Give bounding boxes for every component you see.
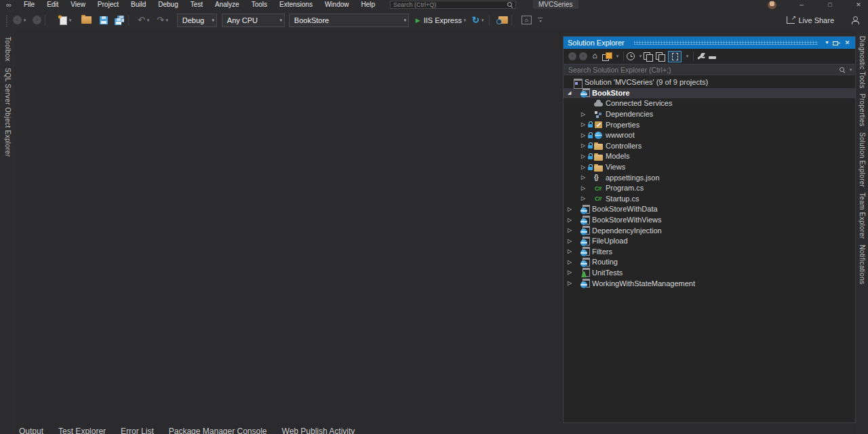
live-share-button[interactable]: Live Share — [787, 16, 834, 24]
tree-item-connected-services[interactable]: Connected Services — [564, 98, 855, 109]
menu-item-project[interactable]: Project — [92, 0, 125, 9]
startup-project-combobox[interactable]: BookStore — [289, 14, 409, 27]
browser-link-icon[interactable] — [498, 16, 508, 24]
menu-item-extensions[interactable]: Extensions — [273, 0, 319, 9]
quick-search-input[interactable] — [391, 1, 507, 8]
collapse-all-icon[interactable] — [709, 56, 716, 59]
show-all-files-dropdown-icon[interactable] — [684, 54, 690, 59]
right-tab-notifications[interactable]: Notifications — [859, 245, 866, 284]
switch-views-icon[interactable] — [602, 52, 612, 61]
open-file-icon[interactable] — [81, 16, 92, 24]
tree-item-models[interactable]: Models — [564, 151, 855, 162]
save-icon[interactable] — [100, 16, 108, 24]
show-all-files-button[interactable] — [668, 51, 682, 62]
refresh-dropdown-icon[interactable] — [479, 18, 486, 23]
configuration-combobox[interactable]: Debug — [177, 14, 217, 27]
tree-item-bookstorewithviews[interactable]: BookStoreWithViews — [564, 215, 855, 226]
right-tab-diagnostic-tools[interactable]: Diagnostic Tools — [859, 36, 866, 88]
toolbar-overflow-button[interactable] — [537, 18, 544, 22]
tree-item-bookstorewithdata[interactable]: BookStoreWithData — [564, 204, 855, 215]
expander-collapsed-icon[interactable] — [581, 142, 588, 149]
web-preview-icon[interactable] — [521, 16, 532, 24]
pending-changes-filter-icon[interactable] — [627, 52, 635, 60]
tree-item-dependencies[interactable]: Dependencies — [564, 109, 855, 120]
navigate-forward-button[interactable] — [33, 16, 41, 24]
expander-collapsed-icon[interactable] — [568, 248, 574, 255]
new-project-icon[interactable] — [58, 16, 67, 25]
start-debugging-button[interactable]: IIS Express — [409, 13, 468, 28]
panel-close-icon[interactable] — [842, 37, 852, 50]
right-tab-solution-explorer[interactable]: Solution Explorer — [859, 132, 866, 187]
menu-item-build[interactable]: Build — [125, 0, 152, 9]
menu-item-tools[interactable]: Tools — [245, 0, 273, 9]
tree-item-filters[interactable]: Filters — [564, 247, 855, 258]
feedback-icon[interactable] — [852, 16, 860, 24]
tree-item-unittests[interactable]: UnitTests — [564, 268, 855, 279]
menu-item-window[interactable]: Window — [319, 0, 355, 9]
close-button[interactable] — [849, 0, 868, 9]
expander-collapsed-icon[interactable] — [581, 121, 588, 128]
expander-collapsed-icon[interactable] — [568, 280, 574, 287]
minimize-button[interactable] — [792, 0, 811, 9]
menu-item-analyze[interactable]: Analyze — [209, 0, 245, 9]
pin-icon[interactable] — [832, 37, 842, 49]
tree-item-controllers[interactable]: Controllers — [564, 141, 855, 152]
tree-item-bookstore[interactable]: BookStore — [564, 88, 855, 99]
filter-dropdown-icon[interactable] — [637, 54, 644, 59]
bottom-tab-output[interactable]: Output — [19, 427, 43, 434]
solution-explorer-search-input[interactable] — [565, 66, 839, 74]
redo-dropdown-icon[interactable] — [164, 18, 170, 23]
refresh-icon[interactable] — [472, 15, 479, 25]
expander-collapsed-icon[interactable] — [568, 238, 574, 245]
tree-item-fileupload[interactable]: FileUpload — [564, 236, 855, 247]
run-target-dropdown-icon[interactable] — [462, 18, 468, 23]
navigate-back-dropdown-icon[interactable] — [22, 18, 28, 23]
bottom-tab-web-publish-activity[interactable]: Web Publish Activity — [282, 427, 355, 434]
menu-item-help[interactable]: Help — [355, 0, 381, 9]
tree-item-startup-cs[interactable]: Startup.cs — [564, 194, 855, 205]
tree-item-wwwroot[interactable]: wwwroot — [564, 130, 855, 141]
window-position-dropdown-icon[interactable] — [822, 37, 832, 49]
maximize-button[interactable] — [821, 0, 840, 9]
properties-wrench-icon[interactable] — [696, 52, 706, 61]
menu-item-debug[interactable]: Debug — [152, 0, 184, 9]
solution-explorer-search-box[interactable] — [564, 64, 854, 75]
expander-collapsed-icon[interactable] — [581, 132, 588, 139]
platform-combobox[interactable]: Any CPU — [222, 14, 285, 27]
home-icon[interactable] — [590, 52, 599, 61]
menu-item-edit[interactable]: Edit — [41, 0, 64, 9]
expander-expanded-icon[interactable] — [568, 90, 574, 96]
toolbar-grip[interactable] — [5, 14, 8, 26]
expander-collapsed-icon[interactable] — [568, 206, 574, 213]
tree-item-properties[interactable]: Properties — [564, 119, 855, 130]
expander-collapsed-icon[interactable] — [568, 259, 574, 266]
expander-collapsed-icon[interactable] — [581, 185, 588, 192]
expander-collapsed-icon[interactable] — [568, 217, 574, 224]
forward-icon[interactable] — [579, 52, 587, 60]
save-all-icon[interactable] — [115, 16, 125, 25]
left-tab-toolbox[interactable]: Toolbox — [4, 37, 12, 62]
new-project-dropdown-icon[interactable] — [67, 18, 73, 23]
tree-item-workingwithstatemanagement[interactable]: WorkingWithStateManagement — [564, 278, 855, 289]
expander-collapsed-icon[interactable] — [581, 153, 588, 160]
left-tab-sql-server-object-explorer[interactable]: SQL Server Object Explorer — [4, 68, 12, 157]
bottom-tab-package-manager-console[interactable]: Package Manager Console — [169, 427, 267, 434]
undo-icon[interactable] — [138, 14, 145, 27]
back-icon[interactable] — [568, 52, 576, 60]
bottom-tab-error-list[interactable]: Error List — [121, 427, 154, 434]
expander-collapsed-icon[interactable] — [568, 227, 574, 234]
tree-item-program-cs[interactable]: Program.cs — [564, 183, 855, 194]
menu-item-file[interactable]: File — [18, 0, 41, 9]
solution-explorer-titlebar[interactable]: Solution Explorer — [564, 37, 855, 49]
redo-icon[interactable] — [157, 14, 164, 27]
quick-search-box[interactable] — [390, 1, 516, 9]
expander-collapsed-icon[interactable] — [581, 174, 588, 181]
tree-item-views[interactable]: Views — [564, 162, 855, 173]
expander-collapsed-icon[interactable] — [581, 195, 588, 202]
search-options-dropdown-icon[interactable] — [848, 67, 854, 73]
right-tab-properties[interactable]: Properties — [859, 94, 866, 127]
expander-collapsed-icon[interactable] — [581, 111, 588, 118]
navigate-back-button[interactable] — [13, 16, 22, 24]
tree-item-routing[interactable]: Routing — [564, 257, 855, 268]
expander-collapsed-icon[interactable] — [568, 269, 574, 276]
